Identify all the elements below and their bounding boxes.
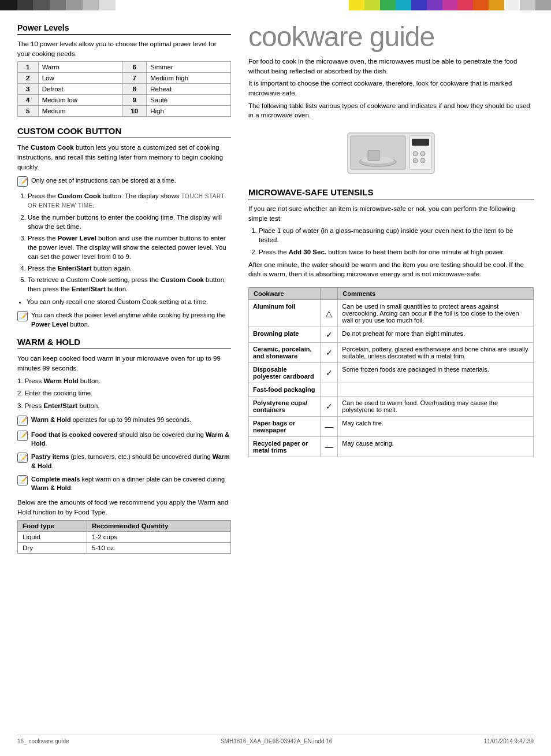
note-icon-1: 📝 [17, 176, 28, 187]
warm-hold-title: WARM & HOLD [17, 337, 231, 349]
cookware-table: Cookware Comments Aluminum foil △ Can be… [248, 287, 534, 457]
food-type-cell: Dry [18, 543, 87, 554]
power-name: Warm [38, 62, 122, 73]
ms-step-1: Place 1 cup of water (in a glass-measuri… [259, 226, 534, 244]
warm-hold-note4: 📝 Complete meals kept warm on a dinner p… [17, 475, 231, 493]
cookware-intro3: The following table lists various types … [248, 101, 534, 120]
note-icon-4: 📝 [17, 431, 28, 441]
warm-hold-note3: 📝 Pastry items (pies, turnovers, etc.) s… [17, 453, 231, 470]
cookware-table-row: Browning plate ✓ Do not preheat for more… [249, 327, 534, 343]
footer-left: 16_ cookware guide [17, 738, 69, 744]
custom-cook-title: CUSTOM COOK BUTTON [17, 126, 231, 138]
power-name: Medium low [38, 95, 122, 106]
microwave-safe-steps: Place 1 cup of water (in a glass-measuri… [248, 226, 534, 256]
power-name: Low [38, 73, 122, 84]
custom-cook-steps: Press the Custom Cook button. The displa… [17, 191, 231, 294]
cookware-title: cookware guide [248, 23, 534, 51]
power-name2: Simmer [147, 62, 231, 73]
power-num: 3 [18, 84, 39, 95]
cookware-item: Paper bags or newspaper [249, 417, 321, 437]
cookware-comment: Do not preheat for more than eight minut… [338, 327, 534, 343]
recommended-qty-header: Recommended Quantity [87, 521, 231, 532]
food-type-header: Food type [18, 521, 87, 532]
power-num2: 6 [122, 62, 147, 73]
power-levels-title: Power Levels [17, 23, 231, 35]
power-num2: 8 [122, 84, 147, 95]
cookware-table-row: Recycled paper or metal trims — May caus… [249, 437, 534, 457]
wh-note2-text: Food that is cooked covered should also … [31, 431, 231, 449]
custom-cook-intro: The Custom Cook button lets you store a … [17, 143, 231, 172]
cookware-table-row: Disposable polyester cardboard ✓ Some fr… [249, 363, 534, 383]
bullet-1: You can only recall one stored Custom Co… [27, 297, 231, 306]
cookware-item: Recycled paper or metal trims [249, 437, 321, 457]
cookware-icon: ✓ [321, 343, 338, 363]
cookware-icon: ✓ [321, 396, 338, 417]
power-num2: 10 [122, 106, 147, 117]
power-num2: 9 [122, 95, 147, 106]
microwave-safe-intro: If you are not sure whether an item is m… [248, 204, 534, 223]
cookware-icon: ✓ [321, 327, 338, 343]
cookware-guide-heading: cookware guide For food to cook in the m… [248, 23, 534, 120]
cookware-item: Fast-food packaging [249, 383, 321, 396]
cookware-icon: △ [321, 300, 338, 327]
cookware-table-row: Aluminum foil △ Can be used in small qua… [249, 300, 534, 327]
warm-hold-step3: 3. Press Enter/Start button. [17, 401, 231, 411]
cookware-comment: May cause arcing. [338, 437, 534, 457]
cookware-table-row: Paper bags or newspaper — May catch fire… [249, 417, 534, 437]
note1-text: Only one set of instructions can be stor… [31, 176, 176, 185]
left-column: Power Levels The 10 power levels allow y… [17, 23, 231, 562]
cookware-comment: May catch fire. [338, 417, 534, 437]
food-table-row: Liquid 1-2 cups [18, 532, 231, 543]
cookware-icon: — [321, 417, 338, 437]
custom-cook-note2: 📝 You can check the power level anytime … [17, 311, 231, 329]
cookware-table-row: Ceramic, porcelain, and stoneware ✓ Porc… [249, 343, 534, 363]
microwave-safe-title: MICROWAVE-SAFE UTENSILS [248, 187, 534, 199]
svg-rect-6 [412, 139, 429, 146]
cookware-intro2: It is important to choose the correct co… [248, 79, 534, 98]
svg-rect-4 [368, 150, 379, 161]
power-table-row: 1 Warm 6 Simmer [18, 62, 231, 73]
power-num: 2 [18, 73, 39, 84]
power-name: Medium [38, 106, 122, 117]
cookware-comment: Some frozen foods are packaged in these … [338, 363, 534, 383]
step-2: Use the number buttons to enter the cook… [28, 213, 231, 231]
step-3: Press the Power Level button and use the… [28, 234, 231, 261]
note2-text: You can check the power level anytime wh… [31, 311, 231, 329]
cookware-col-header: Cookware [249, 288, 321, 300]
svg-point-7 [413, 151, 418, 156]
footer-right: 11/01/2014 9:47:39 [484, 738, 534, 744]
cookware-item: Browning plate [249, 327, 321, 343]
cookware-comment: Can be used in small quantities to prote… [338, 300, 534, 327]
cookware-table-row: Polystyrene cups/ containers ✓ Can be us… [249, 396, 534, 417]
power-name2: Reheat [147, 84, 231, 95]
svg-point-8 [420, 151, 425, 156]
step-5: To retrieve a Custom Cook setting, press… [28, 275, 231, 294]
microwave-safe-section: MICROWAVE-SAFE UTENSILS If you are not s… [248, 187, 534, 279]
power-num2: 7 [122, 73, 147, 84]
step-4: Press the Enter/Start button again. [28, 264, 231, 273]
power-levels-description: The 10 power levels allow you to choose … [17, 39, 231, 58]
cookware-comment [338, 383, 534, 396]
custom-cook-note1: 📝 Only one set of instructions can be st… [17, 176, 231, 187]
power-num: 1 [18, 62, 39, 73]
ms-step-2: Press the Add 30 Sec. button twice to he… [259, 247, 534, 257]
cookware-icon-col-header [321, 288, 338, 300]
custom-cook-bullets: You can only recall one stored Custom Co… [17, 297, 231, 306]
food-type-cell: Liquid [18, 532, 87, 543]
note-icon-2: 📝 [17, 311, 28, 321]
custom-cook-section: CUSTOM COOK BUTTON The Custom Cook butto… [17, 126, 231, 329]
note-icon-6: 📝 [17, 475, 28, 486]
power-num: 5 [18, 106, 39, 117]
power-name2: Medium high [147, 73, 231, 84]
wh-note4-text: Complete meals kept warm on a dinner pla… [31, 475, 231, 493]
warm-hold-section: WARM & HOLD You can keep cooked food war… [17, 337, 231, 554]
cookware-table-row: Fast-food packaging [249, 383, 534, 396]
power-table-row: 4 Medium low 9 Sauté [18, 95, 231, 106]
warm-hold-note1: 📝 Warm & Hold operates for up to 99 minu… [17, 416, 231, 426]
cookware-comment: Porcelain, pottery, glazed earthenware a… [338, 343, 534, 363]
cookware-item: Ceramic, porcelain, and stoneware [249, 343, 321, 363]
cookware-item: Aluminum foil [249, 300, 321, 327]
food-type-table: Food type Recommended Quantity Liquid 1-… [17, 520, 231, 554]
note-icon-5: 📝 [17, 453, 28, 463]
power-table-row: 2 Low 7 Medium high [18, 73, 231, 84]
